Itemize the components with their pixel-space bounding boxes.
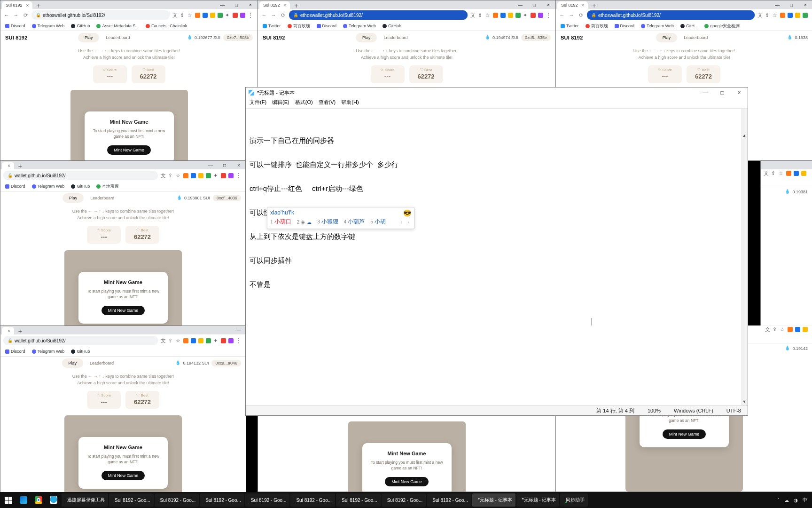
ime-candidate[interactable]: 4小葫芦 — [344, 218, 365, 226]
ext-icon[interactable] — [183, 173, 188, 178]
close-icon[interactable]: × — [582, 3, 585, 8]
maximize-icon[interactable]: □ — [527, 0, 541, 9]
mint-button[interactable]: Mint New Game — [107, 145, 151, 155]
ime-page-nav[interactable]: ‹ › — [401, 219, 411, 225]
new-tab-button[interactable]: + — [34, 2, 43, 9]
new-tab-button[interactable]: + — [16, 163, 24, 169]
taskbar-item-chrome[interactable]: Sui 8192 - Goo... — [427, 493, 471, 507]
close-icon[interactable]: × — [232, 161, 246, 169]
browser-tab[interactable]: Sui 8192 × — [2, 1, 32, 9]
ext-icon[interactable] — [801, 171, 806, 176]
tab-play[interactable]: Play — [656, 33, 678, 42]
ext-icon[interactable] — [795, 327, 800, 332]
bookmark-item[interactable]: Telegram Web — [343, 24, 376, 28]
wallet-chip[interactable]: 💧0.19142 — [785, 346, 808, 351]
ext-icon[interactable] — [210, 13, 215, 18]
menu-icon[interactable]: ⋮ — [236, 173, 241, 178]
ime-candidate[interactable]: 3小狐狸 — [317, 218, 338, 226]
ext-icon[interactable] — [195, 13, 200, 18]
taskbar-item-notepad[interactable]: *无标题 - 记事本 — [516, 493, 560, 507]
close-icon[interactable]: × — [731, 87, 748, 98]
maximize-icon[interactable]: □ — [714, 87, 731, 98]
avatar-icon[interactable] — [228, 173, 234, 178]
wallet-chip[interactable]: 💧0.193801 SUI0xcf...4039 — [177, 195, 241, 201]
bookmark-item[interactable]: GitHub — [71, 24, 90, 28]
translate-icon[interactable]: 文 — [161, 338, 166, 343]
minimize-icon[interactable]: — — [203, 161, 218, 169]
reload-icon[interactable]: ⟳ — [280, 12, 286, 18]
browser-win-6[interactable]: 文⇪☆ 💧0.19381 — [760, 160, 812, 326]
bookmark-item[interactable]: Twitter — [263, 24, 281, 28]
ime-candidate-box[interactable]: xiao'hu'l'k😎 1小葫口 2◈☁ 3小狐狸 4小葫芦 5小胡 ‹ › — [267, 207, 414, 229]
browser-tab[interactable]: × — [2, 162, 14, 169]
menu-format[interactable]: 格式(O) — [295, 99, 313, 107]
taskbar-pinned-chrome[interactable] — [32, 493, 45, 507]
taskbar-item-chrome[interactable]: Sui 8192 - Goo... — [155, 493, 199, 507]
share-icon[interactable]: ⇪ — [765, 13, 770, 18]
share-icon[interactable]: ⇪ — [773, 327, 778, 332]
bookmark-item[interactable]: Discord — [5, 349, 25, 354]
scrollbar[interactable]: ▲ ▼ — [741, 109, 748, 405]
translate-icon[interactable]: 文 — [765, 327, 770, 332]
maximize-icon[interactable]: □ — [218, 161, 232, 169]
puzzle-icon[interactable]: ✦ — [213, 338, 219, 343]
forward-icon[interactable]: → — [13, 12, 19, 18]
translate-icon[interactable]: 文 — [764, 171, 769, 176]
avatar-icon[interactable] — [240, 13, 245, 18]
tab-play[interactable]: Play — [78, 33, 100, 42]
ext-icon[interactable] — [780, 13, 785, 18]
taskbar-item-chrome[interactable]: Sui 8192 - Goo... — [290, 493, 335, 507]
ext-icon[interactable] — [203, 13, 208, 18]
share-icon[interactable]: ⇪ — [771, 171, 776, 176]
new-tab-button[interactable]: + — [292, 2, 300, 9]
menu-help[interactable]: 帮助(H) — [341, 99, 359, 107]
taskbar-item-chrome[interactable]: Sui 8192 - Goo... — [109, 493, 154, 507]
translate-icon[interactable]: 文 — [757, 13, 763, 18]
translate-icon[interactable]: 文 — [470, 13, 476, 18]
tray-icon[interactable]: ☁ — [784, 498, 789, 503]
bookmark-star-icon[interactable]: ☆ — [485, 13, 491, 18]
bookmark-item[interactable]: Telegram Web — [641, 24, 674, 28]
game-board[interactable]: Mint New Game To start playing you must … — [64, 415, 182, 492]
share-icon[interactable]: ⇪ — [180, 13, 185, 18]
browser-win-1[interactable]: Sui 8192 × + — □ × ← → ⟳ 🔒ethoswallet.gi… — [0, 0, 258, 161]
bookmark-item[interactable]: GitH... — [680, 24, 698, 28]
forward-icon[interactable]: → — [270, 12, 277, 18]
maximize-icon[interactable]: □ — [229, 0, 243, 9]
ext-icon[interactable] — [788, 13, 793, 18]
ext-icon[interactable] — [788, 327, 793, 332]
bookmark-item[interactable]: 前百玫瑰 — [586, 23, 608, 29]
bookmark-item[interactable]: Twitter — [561, 24, 579, 28]
browser-win-5[interactable]: × + — 🔒wallet.github.io/Sui8192/ 文⇪☆✦⋮ D… — [0, 325, 246, 492]
ext-icon[interactable] — [218, 13, 223, 18]
back-icon[interactable]: ← — [261, 12, 267, 18]
menu-icon[interactable]: ⋮ — [248, 13, 253, 18]
menu-view[interactable]: 查看(V) — [319, 99, 336, 107]
url-input[interactable]: 🔒ethoswallet.github.io/Sui8192/ — [587, 10, 755, 20]
bookmark-item[interactable]: 前百玫瑰 — [288, 23, 310, 29]
bookmark-star-icon[interactable]: ☆ — [176, 338, 181, 343]
bookmark-item[interactable]: GitHub — [71, 184, 90, 189]
taskbar-item-chrome[interactable]: Sui 8192 - Goo... — [382, 493, 426, 507]
puzzle-icon[interactable]: ✦ — [213, 173, 219, 178]
game-board[interactable]: Mint New Game To start playing you must … — [348, 421, 466, 492]
url-input[interactable]: 🔒wallet.github.io/Sui8192/ — [3, 336, 158, 345]
wallet-chip[interactable]: 💧 0.192677 SUI 0xe7...503b — [187, 34, 253, 41]
ext-icon[interactable] — [206, 338, 211, 343]
bookmark-star-icon[interactable]: ☆ — [176, 173, 181, 178]
bookmark-item[interactable]: Discord — [615, 24, 635, 28]
ext-icon[interactable] — [531, 13, 536, 18]
bookmark-item[interactable]: 本地宝库 — [96, 183, 119, 190]
bookmark-item[interactable]: Telegram Web — [32, 184, 65, 189]
tab-leaderboard[interactable]: Leaderboard — [84, 193, 121, 203]
bookmark-item[interactable]: Discord — [317, 24, 337, 28]
tab-play[interactable]: Play — [62, 193, 84, 203]
ext-icon[interactable] — [206, 173, 211, 178]
taskbar-item-chrome[interactable]: Sui 8192 - Goo... — [245, 493, 290, 507]
ext-icon[interactable] — [221, 338, 226, 343]
bookmark-item[interactable]: Faucets | Chainlink — [146, 24, 187, 28]
ext-icon[interactable] — [803, 327, 808, 332]
taskbar[interactable]: 迅捷屏幕录像工具 Sui 8192 - Goo... Sui 8192 - Go… — [0, 492, 812, 508]
forward-icon[interactable]: → — [568, 12, 575, 18]
notepad-titlebar[interactable]: *无标题 - 记事本 — □ × — [246, 87, 748, 98]
